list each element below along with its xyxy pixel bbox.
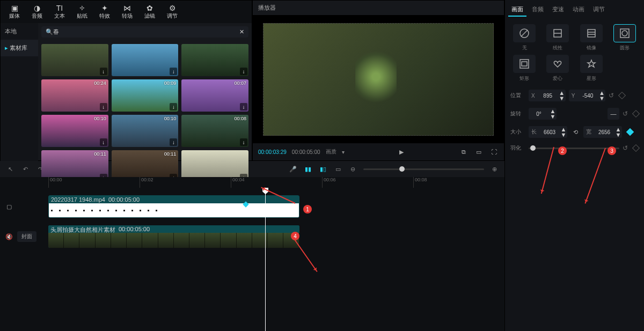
media-thumb[interactable]: 00:24↓: [41, 79, 108, 112]
ratio-icon[interactable]: ▭: [474, 147, 484, 157]
reset-icon[interactable]: ↺: [609, 92, 614, 99]
track-main: 🔇封面 头屑拍摄大自然相片素材00:00:05:00: [48, 225, 504, 248]
download-icon[interactable]: ↓: [170, 103, 177, 111]
timeline-clip[interactable]: 头屑拍摄大自然相片素材00:00:05:00: [48, 225, 299, 248]
zoom-fit-icon[interactable]: ⊕: [489, 164, 499, 174]
input-pos-x[interactable]: X▲▼: [529, 90, 566, 101]
chevron-down-icon[interactable]: ▼: [558, 95, 566, 101]
nav-adjust[interactable]: ⚙调节: [162, 3, 183, 21]
mic-icon[interactable]: 🎤: [288, 164, 298, 174]
shape-linear[interactable]: 线性: [543, 24, 573, 52]
media-thumb[interactable]: 00:10↓: [41, 115, 108, 147]
timecode-total: 00:00:05:00: [292, 149, 320, 155]
nav-transition[interactable]: ⋈转场: [116, 3, 138, 21]
nav-effect[interactable]: ✦特效: [94, 3, 115, 21]
search-input[interactable]: 🔍 ✕: [41, 26, 248, 38]
time-ruler[interactable]: 00:00 00:02 00:04 00:06 00:08: [0, 177, 504, 188]
input-size-h[interactable]: 宽▲▼: [583, 126, 622, 138]
download-icon[interactable]: ↓: [240, 68, 247, 75]
media-thumb[interactable]: 00:09↓: [112, 79, 179, 112]
media-thumb[interactable]: ↓: [112, 44, 179, 76]
play-button[interactable]: ▶: [397, 147, 406, 157]
input-pos-y[interactable]: Y▲▼: [569, 90, 606, 101]
top-nav: ▣媒体 ◑音频 TI文本 ✧贴纸 ✦特效 ⋈转场 ✿滤镜 ⚙调节: [1, 1, 252, 23]
shape-circle[interactable]: 圆形: [610, 24, 640, 52]
label-feather: 羽化: [510, 144, 525, 152]
label-position: 位置: [510, 92, 525, 99]
ptab-anim[interactable]: 动画: [569, 3, 588, 17]
ptab-picture[interactable]: 画面: [508, 3, 526, 17]
tab-local[interactable]: 本地: [1, 23, 38, 40]
tab-library[interactable]: ▸ 素材库: [1, 40, 38, 56]
pointer-icon[interactable]: ↖: [5, 164, 15, 174]
adjust-icon: ⚙: [169, 4, 176, 12]
keyframe-toggle[interactable]: [632, 110, 640, 117]
preview-viewport[interactable]: [253, 16, 504, 143]
feather-slider[interactable]: [529, 148, 619, 149]
timeline-clip[interactable]: 20220317 1948.mp400:00:05:00: [48, 195, 299, 218]
nav-sticker[interactable]: ✧贴纸: [71, 3, 93, 21]
link-icon[interactable]: ⟲: [570, 127, 580, 137]
search-icon: 🔍: [46, 28, 53, 35]
input-rotation[interactable]: ▲▼: [529, 108, 557, 120]
linkage-icon[interactable]: ▮▯: [318, 164, 328, 174]
ptab-adjust[interactable]: 调节: [590, 3, 608, 17]
media-icon: ▣: [11, 4, 18, 12]
rotation-dial[interactable]: —: [608, 108, 619, 120]
download-icon[interactable]: ↓: [240, 103, 247, 111]
preview-mode-icon[interactable]: ▭: [333, 164, 343, 174]
mute-icon[interactable]: 🔇: [4, 232, 14, 241]
download-icon[interactable]: ↓: [100, 103, 107, 111]
timecode-current: 00:00:03:29: [258, 149, 287, 155]
quality-label[interactable]: 画质: [326, 148, 336, 156]
svg-point-8: [622, 31, 627, 36]
clear-icon[interactable]: ✕: [239, 28, 244, 35]
text-icon: TI: [56, 4, 63, 12]
effect-icon: ✦: [101, 4, 108, 12]
media-thumb[interactable]: ↓: [181, 44, 248, 76]
playhead[interactable]: [265, 188, 266, 331]
keyframe-toggle[interactable]: [618, 92, 626, 99]
nav-audio[interactable]: ◑音频: [26, 3, 48, 21]
cover-button[interactable]: 封面: [17, 231, 36, 242]
sticker-icon: ✧: [79, 4, 85, 12]
shape-rect[interactable]: 矩形: [509, 55, 539, 82]
ptab-speed[interactable]: 变速: [549, 3, 567, 17]
media-thumb[interactable]: 00:07↓: [181, 79, 248, 112]
nav-text[interactable]: TI文本: [49, 3, 70, 21]
undo-icon[interactable]: ↶: [20, 164, 30, 174]
reset-icon[interactable]: ↺: [623, 144, 628, 152]
svg-rect-10: [522, 62, 527, 66]
reset-icon[interactable]: ↺: [623, 110, 628, 117]
download-icon[interactable]: ↓: [170, 68, 177, 75]
download-icon[interactable]: ↓: [240, 138, 247, 146]
zoom-slider[interactable]: [363, 168, 485, 170]
media-thumb[interactable]: 00:08↓: [181, 115, 248, 147]
transition-icon: ⋈: [123, 4, 131, 12]
media-thumb[interactable]: 00:10↓: [112, 115, 179, 147]
label-rotation: 旋转: [510, 110, 525, 117]
svg-rect-4: [588, 30, 595, 37]
keyframe-toggle[interactable]: [632, 144, 640, 152]
preview-frame: [263, 23, 494, 135]
download-icon[interactable]: ↓: [100, 68, 107, 75]
media-grid[interactable]: ↓ ↓ ↓ 00:24↓ 00:09↓ 00:07↓ 00:10↓ 00:10↓…: [38, 41, 252, 186]
nav-filter[interactable]: ✿滤镜: [139, 3, 160, 21]
compare-icon[interactable]: ⧉: [459, 147, 469, 157]
shape-heart[interactable]: 爱心: [543, 55, 573, 82]
download-icon[interactable]: ↓: [170, 138, 177, 146]
zoom-out-icon[interactable]: ⊖: [348, 164, 358, 174]
download-icon[interactable]: ↓: [100, 138, 107, 146]
input-size-w[interactable]: 长▲▼: [529, 126, 567, 138]
shape-mirror[interactable]: 镜像: [576, 24, 606, 52]
shape-none[interactable]: 无: [509, 24, 539, 52]
track-toggle-icon[interactable]: ▢: [4, 202, 14, 211]
keyframe-toggle[interactable]: [626, 128, 634, 136]
ptab-audio[interactable]: 音频: [529, 3, 547, 17]
track-overlay: ▢ 20220317 1948.mp400:00:05:00: [48, 195, 504, 218]
magnet-on-icon[interactable]: ▮▮: [303, 164, 313, 174]
fullscreen-icon[interactable]: ⛶: [489, 147, 499, 157]
media-thumb[interactable]: ↓: [41, 44, 108, 76]
nav-media[interactable]: ▣媒体: [4, 3, 25, 21]
shape-star[interactable]: 星形: [576, 55, 606, 82]
